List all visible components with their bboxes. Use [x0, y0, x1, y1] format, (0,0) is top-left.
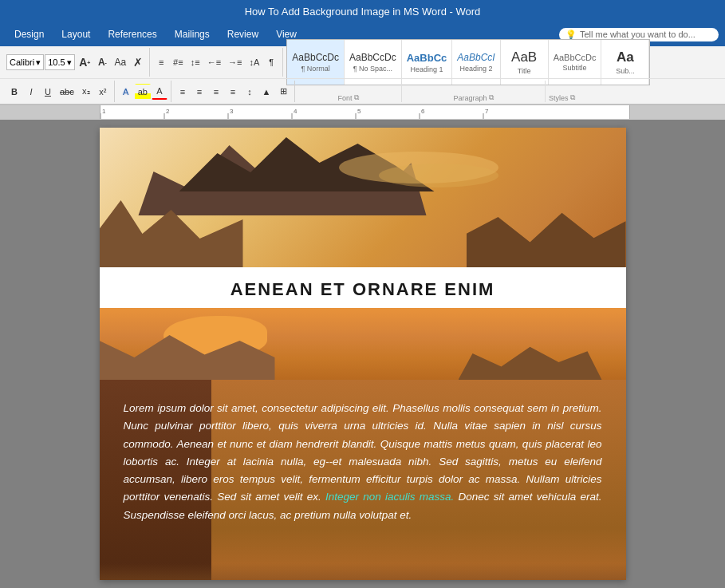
- svg-text:5: 5: [357, 108, 361, 115]
- decrease-indent-button[interactable]: ←≡: [204, 54, 224, 70]
- underline-button[interactable]: U: [40, 84, 56, 100]
- style-sub2-preview: Aa: [617, 49, 634, 65]
- ruler-marks: 1 2 3 4 5 6 7: [100, 105, 629, 120]
- font-case-button[interactable]: Aa: [111, 54, 129, 70]
- alignment-group: ≡ ≡ ≡ ≡ ↕ ▲ ⊞: [171, 81, 295, 102]
- svg-text:3: 3: [230, 108, 234, 115]
- style-nospace-label: ¶ No Spac...: [353, 65, 392, 73]
- document-heading: AENEAN ET ORNARE ENIM: [116, 279, 610, 300]
- paragraph-group-1: ≡ #≡ ↕≡ ←≡ →≡ ↕A ¶: [150, 48, 283, 77]
- font-section-label: Font: [337, 94, 352, 102]
- toolbar-row-1: Calibri ▾ 10.5 ▾ A+ A- Aa ✗ ≡ #≡ ↕≡ ←≡ →…: [0, 46, 725, 78]
- svg-text:6: 6: [421, 108, 425, 115]
- align-center-button[interactable]: ≡: [191, 84, 207, 100]
- text-effect-button[interactable]: A: [118, 84, 134, 100]
- numbered-button[interactable]: #≡: [170, 54, 187, 70]
- menu-references[interactable]: References: [100, 26, 164, 43]
- align-right-button[interactable]: ≡: [208, 84, 224, 100]
- font-size-selector[interactable]: 10.5 ▾: [45, 54, 75, 70]
- styles-group: AaBbCcDc ¶ Normal AaBbCcDc ¶ No Spac... …: [283, 48, 722, 77]
- ruler: 1 2 3 4 5 6 7: [0, 105, 725, 120]
- paragraph-section-label: Paragraph: [453, 94, 487, 102]
- chevron-icon: ▾: [36, 57, 41, 68]
- style-h1-label: Heading 1: [410, 65, 443, 73]
- superscript-button[interactable]: x²: [95, 84, 111, 100]
- shading-button[interactable]: ▲: [258, 84, 274, 100]
- svg-text:7: 7: [485, 108, 489, 115]
- style-h2-label: Heading 2: [459, 65, 492, 73]
- line-spacing-button[interactable]: ↕: [242, 84, 258, 100]
- show-marks-button[interactable]: ¶: [263, 54, 279, 70]
- style-h1-preview: AaBbCc: [407, 52, 447, 64]
- style-normal-label: ¶ Normal: [301, 65, 330, 73]
- document-area: AENEAN ET ORNARE ENIM Lorem ipsum dolor …: [0, 120, 725, 588]
- font-name-selector[interactable]: Calibri ▾: [6, 54, 44, 70]
- style-subtitle-label: Subtitle: [563, 64, 587, 72]
- bold-button[interactable]: B: [6, 84, 22, 100]
- styles-section-label: Styles: [549, 94, 569, 102]
- title-bar: How To Add Background Image in MS Word -…: [0, 0, 725, 22]
- page-title-area: AENEAN ET ORNARE ENIM: [100, 267, 626, 308]
- font-format-group: B I U abc x₂ x²: [3, 81, 115, 102]
- svg-text:2: 2: [166, 108, 170, 115]
- style-subtitle-preview: AaBbCcDc: [554, 53, 597, 62]
- style-nospace-preview: AaBbCcDc: [349, 52, 396, 63]
- section-labels: Font ⧉ Paragraph ⧉ Styles ⧉: [298, 81, 575, 102]
- word-page[interactable]: AENEAN ET ORNARE ENIM Lorem ipsum dolor …: [100, 128, 626, 580]
- align-left-button[interactable]: ≡: [175, 84, 191, 100]
- menu-review[interactable]: Review: [219, 26, 266, 43]
- bullets-button[interactable]: ≡: [153, 54, 169, 70]
- paragraph-expand-icon[interactable]: ⧉: [489, 93, 494, 102]
- document-body: Lorem ipsum dolor sit amet, consectetur …: [100, 380, 626, 540]
- style-normal-preview: AaBbCcDc: [292, 52, 339, 63]
- justify-button[interactable]: ≡: [225, 84, 241, 100]
- font-group: Calibri ▾ 10.5 ▾ A+ A- Aa ✗: [3, 48, 150, 77]
- increase-indent-button[interactable]: →≡: [225, 54, 245, 70]
- sort-button[interactable]: ↕A: [246, 54, 262, 70]
- search-placeholder: Tell me what you want to do...: [580, 30, 695, 39]
- svg-text:1: 1: [102, 108, 106, 115]
- text-effect-group: A ab A: [115, 81, 171, 102]
- font-size-value: 10.5: [48, 57, 65, 67]
- mid-landscape: [100, 308, 626, 380]
- highlight-button[interactable]: ab: [135, 84, 151, 100]
- font-grow-button[interactable]: A+: [76, 54, 93, 70]
- subscript-button[interactable]: x₂: [78, 84, 94, 100]
- menu-layout[interactable]: Layout: [53, 26, 98, 43]
- chevron-icon2: ▾: [67, 57, 72, 68]
- toolbar-row-2: B I U abc x₂ x² A ab A ≡ ≡ ≡ ≡ ↕ ▲ ⊞ Fon…: [0, 78, 725, 104]
- style-sub2-label: Sub...: [616, 67, 635, 75]
- body-text-cyan: Integer non iaculis massa.: [325, 491, 454, 503]
- multilevel-button[interactable]: ↕≡: [187, 54, 203, 70]
- search-icon: 💡: [565, 30, 577, 40]
- text-bottom-dark: [100, 563, 626, 580]
- style-title-preview: AaB: [511, 49, 537, 65]
- style-h2-preview: AaBbCcI: [457, 52, 494, 63]
- menu-mailings[interactable]: Mailings: [167, 26, 218, 43]
- font-name-value: Calibri: [10, 57, 34, 67]
- italic-button[interactable]: I: [23, 84, 39, 100]
- body-text-main: Lorem ipsum dolor sit amet, consectetur …: [124, 402, 602, 503]
- font-color-button[interactable]: A: [152, 84, 167, 100]
- body-text-area: Lorem ipsum dolor sit amet, consectetur …: [100, 380, 626, 580]
- font-shrink-button[interactable]: A-: [94, 54, 110, 70]
- styles-expand-icon[interactable]: ⧉: [570, 93, 575, 102]
- page-header-image: [100, 128, 626, 267]
- strikethrough-button[interactable]: abc: [57, 84, 77, 100]
- menu-design[interactable]: Design: [6, 26, 52, 43]
- clear-format-button[interactable]: ✗: [130, 54, 146, 70]
- font-expand-icon[interactable]: ⧉: [354, 93, 359, 102]
- ribbon: Calibri ▾ 10.5 ▾ A+ A- Aa ✗ ≡ #≡ ↕≡ ←≡ →…: [0, 46, 725, 105]
- svg-text:4: 4: [294, 108, 297, 115]
- borders-button[interactable]: ⊞: [275, 84, 291, 100]
- title-text: How To Add Background Image in MS Word -…: [245, 6, 481, 18]
- style-title-label: Title: [518, 67, 531, 75]
